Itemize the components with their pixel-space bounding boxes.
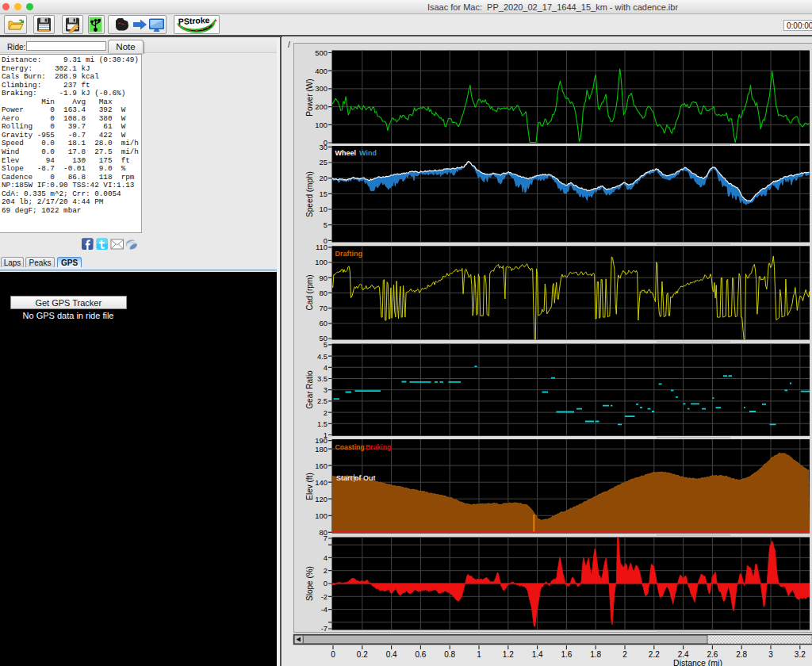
svg-text:5: 5 bbox=[324, 220, 327, 229]
svg-text:120: 120 bbox=[315, 495, 327, 503]
svg-text:3.5: 3.5 bbox=[317, 374, 327, 383]
svg-text:10: 10 bbox=[320, 205, 327, 213]
svg-text:PStroke: PStroke bbox=[178, 16, 209, 26]
svg-text:300: 300 bbox=[315, 84, 327, 93]
svg-text:80: 80 bbox=[320, 289, 327, 297]
svg-text:1.5: 1.5 bbox=[317, 419, 327, 428]
svg-text:0.4: 0.4 bbox=[386, 650, 397, 659]
svg-text:1.4: 1.4 bbox=[532, 650, 543, 659]
svg-text:Slope (%): Slope (%) bbox=[305, 566, 314, 601]
svg-text:140: 140 bbox=[315, 478, 327, 487]
svg-text:1.2: 1.2 bbox=[503, 650, 514, 659]
svg-text:Distance (mi): Distance (mi) bbox=[673, 658, 722, 666]
svg-text:25: 25 bbox=[320, 158, 327, 166]
svg-text:100: 100 bbox=[315, 511, 327, 520]
svg-text:0.2: 0.2 bbox=[357, 650, 368, 659]
svg-text:-2: -2 bbox=[321, 592, 327, 601]
svg-text:-7: -7 bbox=[321, 624, 327, 633]
svg-text:2.8: 2.8 bbox=[736, 650, 747, 659]
svg-text:180: 180 bbox=[315, 445, 327, 454]
svg-text:Gear Ratio: Gear Ratio bbox=[305, 370, 314, 409]
svg-text:Elev (ft): Elev (ft) bbox=[305, 473, 314, 500]
svg-text:4.5: 4.5 bbox=[317, 352, 327, 361]
svg-text:160: 160 bbox=[315, 461, 327, 470]
svg-text:Coasting: Coasting bbox=[335, 443, 365, 451]
svg-text:2: 2 bbox=[622, 650, 627, 659]
svg-text:Wind: Wind bbox=[359, 149, 377, 157]
svg-text:1: 1 bbox=[477, 650, 481, 659]
svg-text:3: 3 bbox=[324, 385, 327, 394]
svg-text:100: 100 bbox=[315, 258, 327, 266]
svg-text:100: 100 bbox=[315, 121, 327, 129]
svg-text:15: 15 bbox=[320, 189, 327, 198]
svg-text:/: / bbox=[288, 40, 290, 49]
svg-text:90: 90 bbox=[320, 274, 327, 282]
svg-text:190: 190 bbox=[315, 436, 327, 445]
svg-text:Speed (mph): Speed (mph) bbox=[305, 171, 314, 217]
svg-text:3: 3 bbox=[768, 650, 773, 659]
svg-text:1.8: 1.8 bbox=[590, 650, 601, 659]
svg-text:Start of Out: Start of Out bbox=[336, 474, 376, 482]
svg-text:Power (W): Power (W) bbox=[305, 78, 314, 116]
svg-text:4: 4 bbox=[324, 553, 327, 562]
svg-text:60: 60 bbox=[320, 319, 327, 327]
svg-text:400: 400 bbox=[315, 67, 327, 75]
svg-text:30: 30 bbox=[320, 143, 327, 151]
svg-text:1.6: 1.6 bbox=[561, 650, 572, 659]
svg-text:0: 0 bbox=[324, 579, 327, 588]
svg-text:0: 0 bbox=[331, 650, 335, 659]
svg-text:7: 7 bbox=[324, 534, 327, 542]
svg-text:2: 2 bbox=[324, 408, 327, 417]
svg-text:3.2: 3.2 bbox=[795, 650, 806, 659]
svg-text:70: 70 bbox=[320, 304, 327, 312]
svg-text:2.5: 2.5 bbox=[317, 396, 327, 405]
svg-text:2.2: 2.2 bbox=[649, 650, 660, 659]
svg-text:0.6: 0.6 bbox=[415, 650, 426, 659]
svg-text:Braking: Braking bbox=[366, 443, 391, 451]
svg-text:200: 200 bbox=[315, 102, 327, 111]
svg-text:Drafting: Drafting bbox=[335, 250, 363, 258]
svg-text:0.8: 0.8 bbox=[444, 650, 455, 659]
svg-text:500: 500 bbox=[315, 48, 327, 57]
svg-text:4: 4 bbox=[324, 363, 327, 372]
svg-text:Wheel: Wheel bbox=[335, 149, 357, 157]
svg-text:5: 5 bbox=[324, 340, 327, 349]
svg-text:-4: -4 bbox=[321, 605, 327, 614]
svg-text:2: 2 bbox=[324, 566, 327, 575]
svg-text:20: 20 bbox=[320, 174, 327, 182]
svg-text:Cad (rpm): Cad (rpm) bbox=[305, 274, 314, 310]
svg-text:110: 110 bbox=[316, 243, 327, 251]
